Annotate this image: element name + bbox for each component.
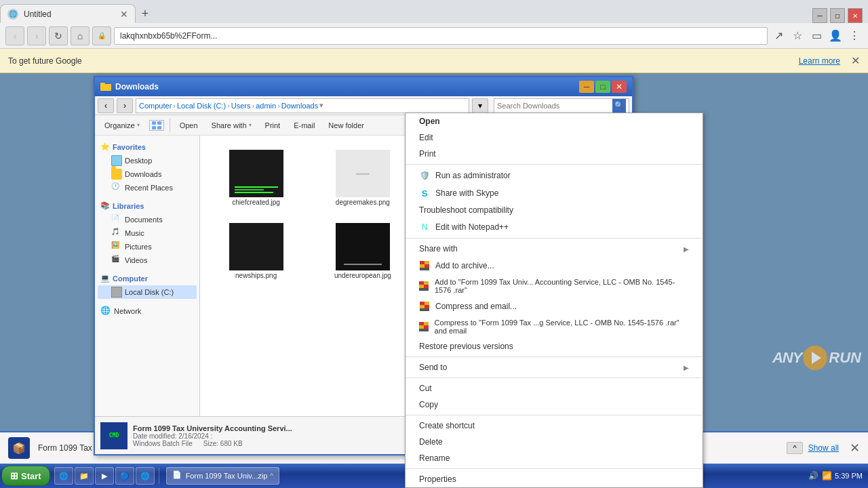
svg-rect-35: [424, 325, 429, 329]
forward-button[interactable]: ›: [27, 26, 46, 45]
taskbar-ie2-icon[interactable]: 🌐: [136, 467, 155, 485]
file-item-degreemakes[interactable]: ─ degreemakes.png: [312, 141, 413, 209]
sidebar-item-desktop[interactable]: Desktop: [98, 154, 197, 167]
views-icon: [152, 121, 161, 129]
tab-close-button[interactable]: ✕: [120, 9, 128, 20]
browser-tab-active[interactable]: 🌐 Untitled ✕: [0, 4, 136, 23]
send-to-submenu-arrow: ▶: [684, 364, 689, 371]
ctx-add-to-archive[interactable]: Add to archive...: [406, 257, 703, 274]
download-action-button[interactable]: ^: [787, 442, 802, 454]
taskbar-item-form1099[interactable]: 📄 Form 1099 Tax Univ...zip ^: [166, 467, 279, 485]
menu-button[interactable]: ⋮: [846, 28, 863, 44]
info-bar-close-button[interactable]: ✕: [851, 54, 860, 67]
libraries-label: Libraries: [113, 202, 144, 210]
download-bar-close-button[interactable]: ✕: [850, 441, 860, 455]
ctx-troubleshoot[interactable]: Troubleshoot compatibility: [406, 202, 703, 218]
ctx-open[interactable]: Open: [406, 113, 703, 129]
ctx-cut[interactable]: Cut: [406, 380, 703, 396]
ctx-send-to[interactable]: Send to ▶: [406, 359, 703, 375]
taskbar-item-form-minimize[interactable]: ^: [270, 472, 273, 480]
tray-volume-icon[interactable]: 🔊: [808, 470, 818, 481]
explorer-close-button[interactable]: ✕: [612, 81, 627, 93]
breadcrumb-admin[interactable]: admin: [256, 102, 276, 110]
ctx-compress-rar-email[interactable]: Compress to "Form 1099 Tax ...g Service,…: [406, 315, 703, 338]
learn-more-link[interactable]: Learn more: [799, 56, 840, 66]
search-input[interactable]: [497, 102, 612, 110]
address-bar[interactable]: lakqhxnbxb65b%2FForm...: [114, 27, 768, 45]
taskbar-ie-icon[interactable]: 🌐: [54, 467, 73, 485]
svg-rect-32: [419, 322, 424, 325]
breadcrumb-computer[interactable]: Computer: [139, 102, 172, 110]
window-controls: ─ □ ✕: [812, 8, 868, 23]
taskbar-chrome-icon[interactable]: 🔵: [115, 467, 134, 485]
breadcrumb-dropdown-button[interactable]: ▾: [472, 98, 488, 113]
window-maximize-button[interactable]: □: [830, 8, 845, 23]
sidebar-item-videos[interactable]: 🎬 Videos: [98, 253, 197, 267]
download-icon-symbol: 📦: [12, 442, 26, 455]
taskbar-folder-icon[interactable]: 📁: [75, 467, 94, 485]
ctx-print[interactable]: Print: [406, 146, 703, 162]
sidebar-item-localdisk[interactable]: Local Disk (C:): [98, 285, 197, 299]
breadcrumb-users[interactable]: Users: [231, 102, 251, 110]
refresh-button[interactable]: ↻: [49, 26, 68, 45]
email-button[interactable]: E-mail: [290, 120, 319, 131]
ctx-create-shortcut[interactable]: Create shortcut: [406, 418, 703, 434]
sidebar-item-network[interactable]: 🌐 Network: [98, 304, 197, 318]
explorer-back-button[interactable]: ‹: [98, 98, 114, 113]
ctx-restore-versions[interactable]: Restore previous versions: [406, 338, 703, 354]
back-button[interactable]: ‹: [5, 26, 24, 45]
ctx-share-skype[interactable]: S Share with Skype: [406, 184, 703, 202]
ctx-add-to-rar[interactable]: Add to "Form 1099 Tax Univ... Accounting…: [406, 274, 703, 298]
ctx-edit-notepad[interactable]: N Edit with Notepad++: [406, 218, 703, 236]
taskbar-separator: [159, 468, 159, 484]
window-close-button[interactable]: ✕: [848, 8, 863, 23]
new-tab-button[interactable]: +: [136, 4, 155, 23]
svg-rect-36: [419, 329, 429, 331]
taskbar-media-icon[interactable]: ▶: [95, 467, 114, 485]
share-with-label: Share with: [212, 121, 247, 129]
file-name-chiefcreated: chiefcreated.jpg: [232, 199, 280, 206]
organize-button[interactable]: Organize ▾: [100, 120, 144, 131]
ctx-compress-email[interactable]: Compress and email...: [406, 298, 703, 315]
bookmark-button[interactable]: ☆: [789, 28, 806, 44]
open-button[interactable]: Open: [176, 120, 202, 131]
show-all-link[interactable]: Show all: [808, 443, 839, 453]
home-button[interactable]: ⌂: [71, 26, 90, 45]
sidebar-item-downloads[interactable]: Downloads: [98, 167, 197, 181]
ctx-properties[interactable]: Properties: [406, 471, 703, 487]
tray-network-icon[interactable]: 📶: [821, 470, 832, 481]
ctx-copy[interactable]: Copy: [406, 396, 703, 413]
share-with-button[interactable]: Share with ▾: [208, 120, 256, 131]
status-type: Windows Batch File: [133, 440, 193, 447]
ctx-delete[interactable]: Delete: [406, 434, 703, 450]
explorer-minimize-button[interactable]: ─: [579, 81, 594, 93]
file-item-chiefcreated[interactable]: chiefcreated.jpg: [205, 141, 307, 209]
start-button[interactable]: ⊞ Start: [1, 466, 50, 486]
print-button[interactable]: Print: [261, 120, 285, 131]
ctx-run-as-admin[interactable]: 🛡️ Run as administrator: [406, 167, 703, 184]
window-minimize-button[interactable]: ─: [812, 8, 827, 23]
sidebar-item-music[interactable]: 🎵 Music: [98, 226, 197, 240]
ctx-share-with[interactable]: Share with ▶: [406, 241, 703, 257]
breadcrumb-downloads[interactable]: Downloads: [281, 102, 318, 110]
breadcrumb-localdisk[interactable]: Local Disk (C:): [177, 102, 226, 110]
share-button[interactable]: ↗: [770, 28, 787, 44]
ctx-cut-label: Cut: [419, 384, 432, 393]
sidebar-item-recent-places[interactable]: 🕐 Recent Places: [98, 181, 197, 195]
ctx-edit[interactable]: Edit: [406, 129, 703, 146]
explorer-forward-button[interactable]: ›: [117, 98, 133, 113]
sidebar-item-documents[interactable]: 📄 Documents: [98, 213, 197, 226]
ctx-send-to-label: Send to: [419, 363, 447, 372]
sidebar: ⭐ Favorites Desktop Downloads 🕐: [95, 136, 200, 416]
file-item-undereuropean[interactable]: undereuropean.jpg: [312, 214, 413, 282]
sidebar-item-pictures[interactable]: 🖼️ Pictures: [98, 240, 197, 253]
bat-icon-label: CMD: [109, 432, 119, 439]
ctx-restore-label: Restore previous versions: [419, 342, 513, 351]
search-submit-button[interactable]: 🔍: [612, 99, 626, 113]
explorer-maximize-button[interactable]: □: [595, 81, 610, 93]
profile-button[interactable]: 👤: [827, 28, 844, 44]
sidebar-toggle-button[interactable]: ▭: [808, 28, 825, 44]
file-item-newships[interactable]: newships.png: [205, 214, 307, 282]
new-folder-button[interactable]: New folder: [324, 120, 368, 131]
ctx-rename[interactable]: Rename: [406, 450, 703, 466]
